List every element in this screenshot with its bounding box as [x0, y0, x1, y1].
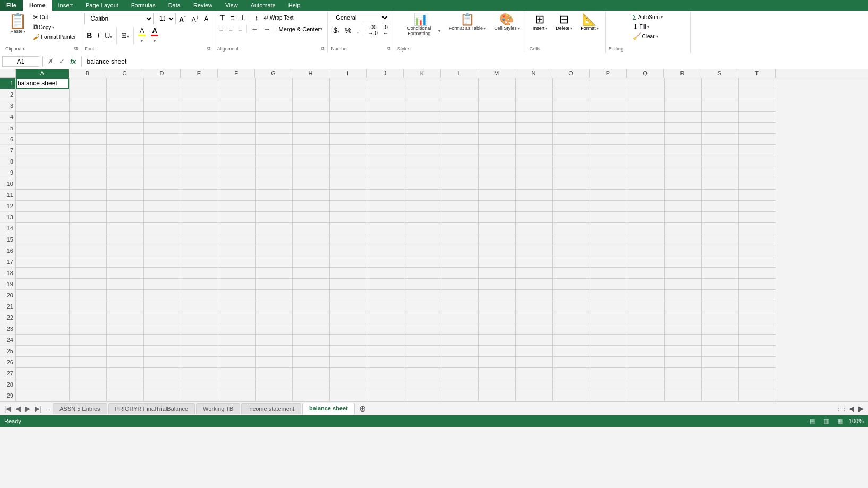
- row-num-29[interactable]: 29: [0, 390, 16, 401]
- cell-P4[interactable]: [590, 112, 627, 123]
- cell-J28[interactable]: [367, 379, 404, 390]
- cell-F16[interactable]: [218, 245, 255, 256]
- cell-M8[interactable]: [478, 156, 515, 167]
- cell-N17[interactable]: [515, 256, 552, 268]
- col-header-S[interactable]: S: [701, 69, 738, 78]
- cell-L20[interactable]: [441, 289, 478, 301]
- row-num-10[interactable]: 10: [0, 178, 16, 190]
- cell-H3[interactable]: [292, 100, 329, 112]
- cell-S5[interactable]: [701, 123, 738, 134]
- indent-decrease-button[interactable]: ←: [249, 24, 260, 34]
- cell-A6[interactable]: [16, 134, 69, 145]
- cell-C14[interactable]: [106, 223, 143, 234]
- cell-E13[interactable]: [181, 212, 218, 223]
- tab-insert[interactable]: Insert: [52, 0, 80, 11]
- cell-A12[interactable]: [16, 201, 69, 212]
- cell-C20[interactable]: [106, 289, 143, 301]
- row-num-4[interactable]: 4: [0, 112, 16, 123]
- cell-G10[interactable]: [255, 178, 292, 190]
- cell-O14[interactable]: [552, 223, 590, 234]
- autosum-button[interactable]: Σ AutoSum ▾: [631, 13, 665, 22]
- cell-N7[interactable]: [515, 145, 552, 156]
- cell-J22[interactable]: [367, 312, 404, 323]
- cell-L17[interactable]: [441, 256, 478, 268]
- cell-J20[interactable]: [367, 289, 404, 301]
- cell-Q12[interactable]: [627, 201, 664, 212]
- cell-S24[interactable]: [701, 334, 738, 345]
- cell-D20[interactable]: [143, 289, 181, 301]
- cell-G21[interactable]: [255, 301, 292, 312]
- cell-M2[interactable]: [478, 89, 515, 100]
- confirm-formula-icon[interactable]: ✓: [57, 57, 66, 65]
- cell-G1[interactable]: [255, 78, 292, 89]
- cell-C22[interactable]: [106, 312, 143, 323]
- cell-A17[interactable]: [16, 256, 69, 268]
- number-format-select[interactable]: General: [331, 13, 389, 22]
- row-num-26[interactable]: 26: [0, 357, 16, 368]
- cell-R20[interactable]: [664, 289, 701, 301]
- cell-D17[interactable]: [143, 256, 181, 268]
- cell-T10[interactable]: [738, 178, 776, 190]
- cell-J3[interactable]: [367, 100, 404, 112]
- cell-T17[interactable]: [738, 256, 776, 268]
- tab-page-layout[interactable]: Page Layout: [79, 0, 125, 11]
- cell-L25[interactable]: [441, 345, 478, 356]
- row-num-25[interactable]: 25: [0, 346, 16, 357]
- cell-T26[interactable]: [738, 356, 776, 367]
- cell-M12[interactable]: [478, 201, 515, 212]
- sheet-nav-next[interactable]: ▶: [23, 405, 32, 413]
- cell-D1[interactable]: [143, 78, 181, 89]
- cell-I27[interactable]: [329, 367, 367, 379]
- cell-F13[interactable]: [218, 212, 255, 223]
- cell-E8[interactable]: [181, 156, 218, 167]
- cell-N15[interactable]: [515, 234, 552, 245]
- col-header-K[interactable]: K: [404, 69, 441, 78]
- cell-K16[interactable]: [404, 245, 441, 256]
- cell-A13[interactable]: [16, 212, 69, 223]
- cell-P5[interactable]: [590, 123, 627, 134]
- tab-review[interactable]: Review: [187, 0, 219, 11]
- cell-N22[interactable]: [515, 312, 552, 323]
- cell-I15[interactable]: [329, 234, 367, 245]
- cell-S13[interactable]: [701, 212, 738, 223]
- cell-R11[interactable]: [664, 190, 701, 201]
- cell-I17[interactable]: [329, 256, 367, 268]
- cell-F7[interactable]: [218, 145, 255, 156]
- cell-C17[interactable]: [106, 256, 143, 268]
- cell-S7[interactable]: [701, 145, 738, 156]
- col-header-J[interactable]: J: [367, 69, 404, 78]
- cell-S25[interactable]: [701, 345, 738, 356]
- tab-home[interactable]: Home: [23, 0, 52, 11]
- cell-S14[interactable]: [701, 223, 738, 234]
- cell-C25[interactable]: [106, 345, 143, 356]
- cell-A16[interactable]: [16, 245, 69, 256]
- cell-E22[interactable]: [181, 312, 218, 323]
- row-num-6[interactable]: 6: [0, 134, 16, 145]
- cell-D7[interactable]: [143, 145, 181, 156]
- cell-T18[interactable]: [738, 267, 776, 278]
- cell-R15[interactable]: [664, 234, 701, 245]
- cell-Q18[interactable]: [627, 267, 664, 278]
- cell-T25[interactable]: [738, 345, 776, 356]
- cell-P8[interactable]: [590, 156, 627, 167]
- cell-A10[interactable]: [16, 178, 69, 190]
- cell-H5[interactable]: [292, 123, 329, 134]
- view-pagebreak-button[interactable]: ▦: [835, 418, 845, 425]
- cell-S1[interactable]: [701, 78, 738, 89]
- fill-color-button[interactable]: A ▾: [136, 25, 148, 45]
- cell-J17[interactable]: [367, 256, 404, 268]
- text-direction-button[interactable]: ↕: [252, 13, 260, 23]
- row-num-1[interactable]: 1: [0, 78, 16, 89]
- cell-K25[interactable]: [404, 345, 441, 356]
- cell-F5[interactable]: [218, 123, 255, 134]
- cell-H11[interactable]: [292, 190, 329, 201]
- col-header-Q[interactable]: Q: [627, 69, 664, 78]
- cell-E24[interactable]: [181, 334, 218, 345]
- cell-Q14[interactable]: [627, 223, 664, 234]
- cell-M7[interactable]: [478, 145, 515, 156]
- cell-O12[interactable]: [552, 201, 590, 212]
- cell-R1[interactable]: [664, 78, 701, 89]
- cell-D26[interactable]: [143, 356, 181, 367]
- cell-B23[interactable]: [69, 323, 106, 334]
- cell-D21[interactable]: [143, 301, 181, 312]
